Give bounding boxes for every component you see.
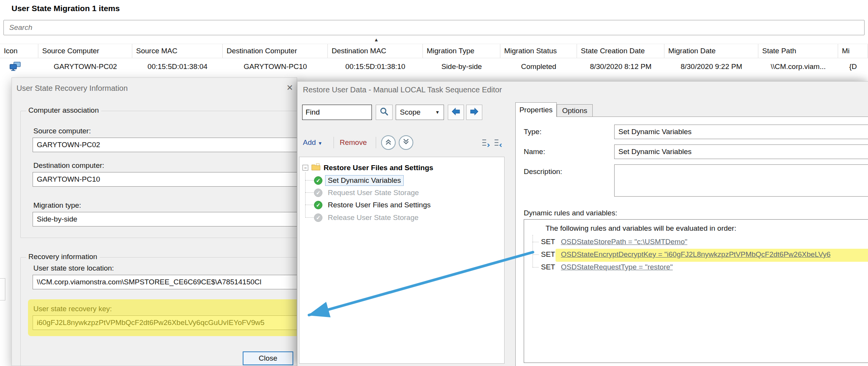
- search-input[interactable]: [3, 20, 865, 35]
- enabled-check-icon: ✓: [314, 201, 322, 209]
- tab-properties[interactable]: Properties: [515, 102, 557, 117]
- disabled-check-icon: ✓: [314, 213, 322, 222]
- move-down-button[interactable]: [399, 135, 413, 150]
- group-label-computer-association: Computer association: [26, 106, 101, 115]
- store-location-label: User state store location:: [33, 264, 114, 272]
- remove-button[interactable]: Remove: [340, 138, 367, 147]
- editor-title: Restore User Data - Manual LOCAL Task Se…: [303, 85, 502, 94]
- cell-state-path: \\CM.corp.viam...: [758, 58, 838, 75]
- arrow-right-icon: [469, 107, 479, 118]
- rule-osdstatestorepath[interactable]: OSDStateStorePath = "c:\USMTDemo": [561, 238, 687, 246]
- cell-migration-status: Completed: [500, 58, 577, 75]
- tree-connector: [305, 192, 314, 193]
- chevron-down-circle-icon: [401, 137, 411, 148]
- tree-connector: [533, 242, 539, 242]
- column-header-state-path[interactable]: State Path: [758, 44, 838, 58]
- properties-panel: Type: Set Dynamic Variables Name: Set Dy…: [515, 117, 868, 366]
- tree-connector: [533, 267, 539, 268]
- toolbar-separator: [334, 137, 334, 148]
- navigate-previous-button[interactable]: [448, 105, 464, 120]
- scope-dropdown-value: Scope: [400, 108, 421, 117]
- migration-type-label: Migration type:: [33, 201, 81, 210]
- type-field[interactable]: Set Dynamic Variables: [614, 125, 868, 139]
- column-header-source-mac[interactable]: Source MAC: [132, 44, 223, 58]
- search-icon: [379, 107, 389, 118]
- store-location-field[interactable]: \\CM.corp.viamonstra.com\SMPSTOREE_CE6C6…: [33, 275, 297, 289]
- name-field[interactable]: Set Dynamic Variables: [614, 144, 868, 159]
- column-header-migration-type[interactable]: Migration Type: [423, 44, 500, 58]
- column-header-source-computer[interactable]: Source Computer: [38, 44, 132, 58]
- cell-destination-mac: 00:15:5D:01:38:10: [328, 58, 423, 75]
- tree-item-label: Request User State Storage: [326, 188, 421, 198]
- tab-options[interactable]: Options: [557, 104, 593, 117]
- type-label: Type:: [524, 128, 541, 136]
- expand-all-button[interactable]: [481, 138, 491, 149]
- disabled-check-icon: ✓: [314, 189, 322, 197]
- add-button[interactable]: Add ▼: [303, 138, 322, 147]
- destination-computer-field[interactable]: GARYTOWN-PC10: [33, 172, 297, 187]
- migration-type-field[interactable]: Side-by-side: [33, 212, 297, 226]
- tree-item-restore-user-files[interactable]: ✓ Restore User Files and Settings: [314, 200, 433, 210]
- cell-source-computer: GARYTOWN-PC02: [38, 58, 132, 75]
- source-computer-field[interactable]: GARYTOWN-PC02: [33, 138, 297, 152]
- task-sequence-editor-window: Restore User Data - Manual LOCAL Task Se…: [297, 81, 868, 366]
- rule-set-keyword: SET: [541, 263, 555, 271]
- check-glyph: ✓: [316, 202, 321, 208]
- tree-connector: [533, 235, 533, 267]
- move-up-button[interactable]: [381, 135, 396, 150]
- cell-migration-type: Side-by-side: [423, 58, 500, 75]
- check-glyph: ✓: [316, 177, 321, 184]
- tree-item-release-user-state-storage[interactable]: ✓ Release User State Storage: [314, 213, 421, 223]
- rules-intro-text: The following rules and variables will b…: [546, 224, 736, 233]
- column-header-state-creation-date[interactable]: State Creation Date: [577, 44, 664, 58]
- find-input[interactable]: [302, 105, 372, 120]
- tree-root-label: Restore User Files and Settings: [324, 164, 433, 172]
- tree-connector: [305, 217, 314, 218]
- close-button[interactable]: Close: [243, 351, 293, 365]
- tree-item-label: Release User State Storage: [326, 213, 421, 223]
- computer-icon: [0, 58, 38, 75]
- tree-item-request-user-state-storage[interactable]: ✓ Request User State Storage: [314, 188, 421, 198]
- navigate-next-button[interactable]: [466, 105, 482, 120]
- column-header-mi[interactable]: Mi: [838, 44, 868, 58]
- collapse-expander-icon[interactable]: −: [302, 165, 308, 171]
- recovery-key-label: User state recovery key:: [33, 305, 112, 313]
- description-field[interactable]: [614, 164, 868, 197]
- tree-root-group[interactable]: − Restore User Files and Settings: [302, 163, 433, 172]
- table-row[interactable]: GARYTOWN-PC02 00:15:5D:01:38:04 GARYTOWN…: [0, 58, 868, 75]
- dialog-title: User State Recovery Information: [16, 84, 128, 93]
- rule-osdstateencryptdecryptkey[interactable]: OSDStateEncryptDecryptKey = "i60gFJ2L8ny…: [561, 250, 830, 259]
- column-header-migration-status[interactable]: Migration Status: [500, 44, 577, 58]
- recovery-key-field[interactable]: i60gFJ2L8nywkzpzPtVPMbQcF2dt6Pw26XbeLVy6…: [33, 315, 297, 330]
- group-label-recovery-information: Recovery information: [26, 253, 100, 261]
- add-button-label: Add: [303, 138, 316, 146]
- folder-icon: [311, 163, 321, 172]
- scope-dropdown[interactable]: Scope ▼: [396, 105, 444, 120]
- source-computer-label: Source computer:: [33, 127, 91, 135]
- rule-osdstaterequesttype[interactable]: OSDStateRequestType = "restore": [561, 263, 673, 271]
- sort-ascending-icon[interactable]: ▲: [374, 37, 379, 43]
- collapse-all-button[interactable]: [493, 138, 503, 149]
- arrow-left-icon: [451, 107, 461, 118]
- tree-item-set-dynamic-variables[interactable]: ✓ Set Dynamic Variables: [314, 176, 403, 185]
- close-icon[interactable]: ✕: [286, 83, 293, 92]
- column-header-icon[interactable]: Icon: [0, 44, 38, 58]
- dynamic-rules-listbox[interactable]: The following rules and variables will b…: [524, 219, 868, 363]
- cell-mi: {D: [838, 58, 868, 75]
- search-button[interactable]: [376, 105, 393, 120]
- rule-set-keyword: SET: [541, 250, 555, 259]
- tree-item-label: Set Dynamic Variables: [326, 176, 403, 185]
- chevron-down-icon: ▼: [435, 110, 440, 115]
- toolbar-separator: [376, 137, 376, 148]
- cell-source-mac: 00:15:5D:01:38:04: [132, 58, 223, 75]
- column-header-destination-mac[interactable]: Destination MAC: [328, 44, 423, 58]
- column-header-destination-computer[interactable]: Destination Computer: [223, 44, 328, 58]
- rule-set-keyword: SET: [541, 238, 555, 246]
- user-state-recovery-dialog: User State Recovery Information ✕ Comput…: [12, 77, 297, 366]
- column-header-migration-date[interactable]: Migration Date: [664, 44, 758, 58]
- background-window-edge: [0, 278, 5, 300]
- collapse-tree-icon: [493, 142, 503, 149]
- chevron-down-icon: ▼: [318, 141, 322, 146]
- tree-item-label: Restore User Files and Settings: [326, 200, 433, 210]
- destination-computer-label: Destination computer:: [33, 161, 104, 170]
